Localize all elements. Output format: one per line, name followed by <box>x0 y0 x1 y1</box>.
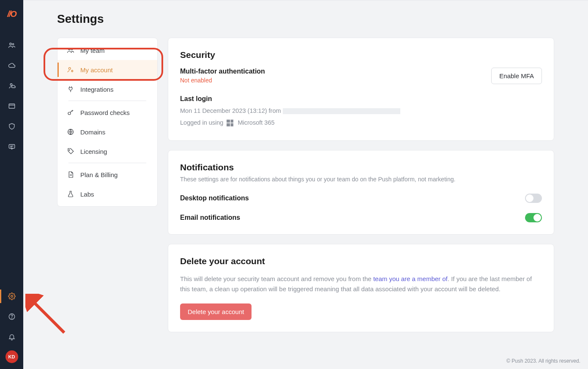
chat-icon <box>8 143 16 150</box>
help-icon <box>8 313 16 320</box>
login-method-name: Microsoft 365 <box>238 119 274 126</box>
person-gear-icon <box>67 66 74 74</box>
cards-column: Security Multi-factor authentication Not… <box>168 38 554 342</box>
people-icon <box>67 46 74 54</box>
desktop-notif-label: Desktop notifications <box>180 194 249 202</box>
last-login-section: Last login Mon 11 December 2023 (13:12) … <box>180 95 542 128</box>
nav-item-label: Plan & Billing <box>80 171 118 178</box>
notifications-heading: Notifications <box>180 162 542 172</box>
tag-icon <box>67 148 74 155</box>
svg-point-2 <box>10 84 12 86</box>
divider <box>68 163 146 163</box>
delete-account-card: Delete your account This will delete you… <box>168 244 554 332</box>
svg-rect-3 <box>9 104 15 109</box>
sidebar-item-cloud[interactable] <box>0 55 23 76</box>
sidebar-item-alerts[interactable] <box>0 327 23 347</box>
enable-mfa-button[interactable]: Enable MFA <box>491 68 542 84</box>
bell-icon <box>8 333 16 341</box>
globe-icon <box>67 128 74 136</box>
delete-description: This will delete your security team acco… <box>180 274 542 294</box>
shield-icon <box>8 123 16 130</box>
divider <box>68 101 146 101</box>
sidebar-bottom: KD <box>0 286 23 369</box>
delete-text-before: This will delete your security team acco… <box>180 275 373 282</box>
delete-account-button[interactable]: Delete your account <box>180 303 252 320</box>
nav-item-label: Password checks <box>80 109 130 116</box>
notifications-card: Notifications These settings are for not… <box>168 150 554 235</box>
main-content: Settings My team My account Integrations… <box>23 0 588 369</box>
sidebar-item-help[interactable] <box>0 306 23 327</box>
svg-point-8 <box>68 48 71 50</box>
settings-nav-labs[interactable]: Labs <box>57 184 157 204</box>
settings-nav-integrations[interactable]: Integrations <box>57 79 157 99</box>
nav-item-label: My account <box>80 66 113 74</box>
notifications-subtext: These settings are for notifications abo… <box>180 176 542 183</box>
people-icon <box>8 41 16 49</box>
svg-point-0 <box>9 43 11 45</box>
page-title: Settings <box>57 12 554 26</box>
sidebar-item-chat[interactable] <box>0 137 23 157</box>
cloud-icon <box>8 62 16 69</box>
settings-nav-licensing[interactable]: Licensing <box>57 142 157 161</box>
nav-item-label: Labs <box>80 191 94 198</box>
key-icon <box>67 109 74 116</box>
settings-nav-domains[interactable]: Domains <box>57 122 157 142</box>
plug-icon <box>67 85 74 93</box>
logo: //O <box>7 9 16 19</box>
mfa-status: Not enabled <box>180 77 265 84</box>
svg-point-10 <box>68 68 71 70</box>
svg-rect-4 <box>9 145 15 148</box>
avatar[interactable]: KD <box>5 350 18 363</box>
settings-nav: My team My account Integrations Password… <box>57 38 158 207</box>
delete-heading: Delete your account <box>180 256 542 266</box>
mfa-label: Multi-factor authentication <box>180 68 265 75</box>
team-link[interactable]: team you are a member of <box>373 275 448 282</box>
nav-item-label: Integrations <box>80 86 113 93</box>
security-card: Security Multi-factor authentication Not… <box>168 38 554 141</box>
sidebar-item-user-cloud[interactable] <box>0 76 23 96</box>
redacted-block <box>283 108 400 114</box>
flask-icon <box>67 190 74 198</box>
svg-point-1 <box>12 44 14 45</box>
user-cloud-icon <box>8 82 16 90</box>
microsoft-icon <box>227 120 233 126</box>
last-login-label: Last login <box>180 95 542 103</box>
gear-icon <box>8 292 16 300</box>
sidebar-item-settings[interactable] <box>0 286 23 306</box>
sidebar-item-browser[interactable] <box>0 96 23 116</box>
sidebar-item-shield[interactable] <box>0 116 23 137</box>
svg-point-12 <box>68 112 71 115</box>
svg-point-7 <box>11 318 12 318</box>
email-notif-label: Email notifications <box>180 214 240 221</box>
last-login-detail: Mon 11 December 2023 (13:12) from Logged… <box>180 105 542 128</box>
email-notif-row: Email notifications <box>180 213 542 222</box>
last-login-time: Mon 11 December 2023 (13:12) from <box>180 107 283 114</box>
settings-nav-my-account[interactable]: My account <box>57 60 157 79</box>
login-method-prefix: Logged in using <box>180 119 223 126</box>
settings-nav-my-team[interactable]: My team <box>57 41 157 60</box>
browser-icon <box>8 102 16 110</box>
email-notif-toggle[interactable] <box>525 213 542 222</box>
nav-item-label: Licensing <box>80 148 107 155</box>
document-icon <box>67 171 74 178</box>
desktop-notif-toggle[interactable] <box>525 194 542 203</box>
svg-point-9 <box>71 49 72 50</box>
sidebar-item-team[interactable] <box>0 35 23 55</box>
nav-item-label: My team <box>80 47 105 54</box>
settings-nav-plan-billing[interactable]: Plan & Billing <box>57 165 157 184</box>
mfa-row: Multi-factor authentication Not enabled … <box>180 68 542 84</box>
nav-item-label: Domains <box>80 128 105 136</box>
svg-point-5 <box>11 295 13 298</box>
footer-copyright: © Push 2023. All rights reserved. <box>506 358 580 364</box>
security-heading: Security <box>180 50 542 60</box>
svg-point-14 <box>69 150 70 150</box>
desktop-notif-row: Desktop notifications <box>180 194 542 203</box>
app-sidebar: //O KD <box>0 0 23 369</box>
settings-nav-password-checks[interactable]: Password checks <box>57 103 157 122</box>
